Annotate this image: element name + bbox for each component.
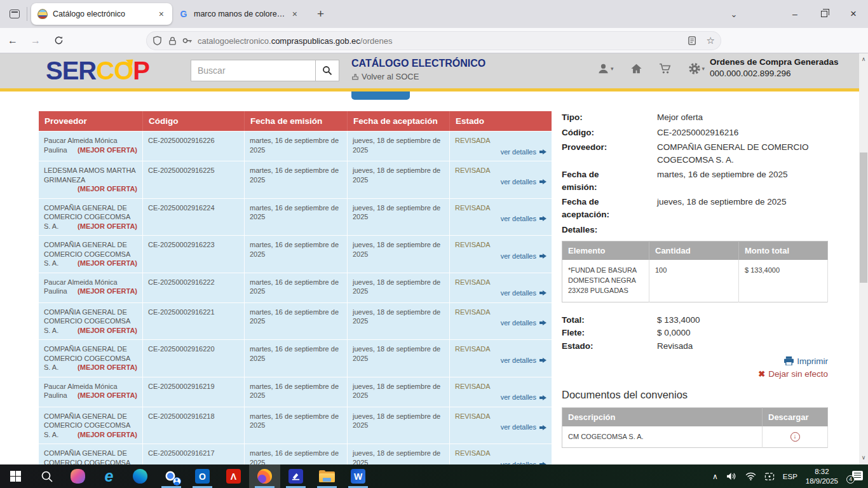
cell-emission-date: martes, 16 de septiembre de 2025 xyxy=(245,407,348,444)
cart-button[interactable] xyxy=(659,63,672,74)
partial-blue-button[interactable] xyxy=(351,92,410,100)
scanner-app-button[interactable] xyxy=(280,464,311,488)
scroll-down-icon[interactable]: ∨ xyxy=(859,454,868,461)
url-bar[interactable]: catalogoelectronico.compraspublicas.gob.… xyxy=(146,31,721,50)
restore-button[interactable] xyxy=(810,0,839,28)
cell-code: CE-20250002916222 xyxy=(143,273,245,302)
volver-al-soce-link[interactable]: Volver al SOCE xyxy=(351,72,419,81)
reader-view-icon[interactable] xyxy=(688,36,698,45)
sercop-logo[interactable]: SERCOP xyxy=(46,57,149,85)
new-tab-button[interactable]: + xyxy=(313,7,328,21)
connect-device-icon[interactable] xyxy=(764,472,775,481)
clock[interactable]: 8:32 18/9/2025 xyxy=(806,467,838,486)
orders-counter: Ordenes de Compra Generadas 000.000.002.… xyxy=(710,57,846,78)
cell-provider: COMPAÑIA GENERAL DE COMERCIO COGECOMSA S… xyxy=(39,407,143,444)
shield-icon[interactable] xyxy=(153,36,162,46)
settings-menu-button[interactable]: ▾ xyxy=(688,62,705,75)
cell-code: CE-20250002916223 xyxy=(143,236,245,273)
field-value-tipo: Mejor oferta xyxy=(657,111,828,124)
notification-badge: 4 xyxy=(846,475,855,484)
field-value-proveedor: COMPAÑIA GENERAL DE COMERCIO COGECOMSA S… xyxy=(657,141,828,166)
view-details-link[interactable]: ver detalles xyxy=(501,356,546,365)
view-details-link[interactable]: ver detalles xyxy=(501,177,546,187)
field-value-fecha-aceptacion: jueves, 18 de septiembre de 2025 xyxy=(657,196,828,220)
internet-explorer-button[interactable]: e xyxy=(93,464,125,488)
scroll-up-icon[interactable]: ∧ xyxy=(859,56,868,62)
view-details-link[interactable]: ver detalles xyxy=(501,288,546,298)
view-details-link[interactable]: ver detalles xyxy=(501,318,546,328)
status-badge: REVISADA xyxy=(455,412,546,421)
view-details-link[interactable]: ver detalles xyxy=(501,214,546,224)
tray-expand-icon[interactable]: ∧ xyxy=(712,472,718,481)
reload-button[interactable] xyxy=(48,31,69,50)
list-all-tabs-icon[interactable]: ⌄ xyxy=(719,0,749,28)
forward-button[interactable]: → xyxy=(25,31,46,50)
file-explorer-button[interactable] xyxy=(311,464,342,488)
notification-center-button[interactable]: 4 xyxy=(846,470,863,484)
taskbar-search-button[interactable] xyxy=(31,464,62,488)
tab-close-icon[interactable]: × xyxy=(157,9,166,19)
arrow-right-icon xyxy=(539,254,546,259)
cell-emission-date: martes, 16 de septiembre de 2025 xyxy=(245,303,348,340)
wifi-icon[interactable] xyxy=(745,472,756,480)
home-icon xyxy=(630,63,642,74)
start-button[interactable] xyxy=(0,464,31,488)
copilot-button[interactable] xyxy=(62,464,93,488)
field-label-proveedor: Proveedor: xyxy=(562,141,622,166)
field-label-detalles: Detalles: xyxy=(562,224,622,236)
lock-icon[interactable] xyxy=(168,36,177,46)
back-button[interactable]: ← xyxy=(3,31,23,50)
arrow-right-icon xyxy=(539,216,546,221)
arrow-right-icon xyxy=(539,425,546,430)
document-row: CM COGECOMSA S. A. ↓ xyxy=(562,426,828,448)
page-scrollbar[interactable]: ∧ ∨ xyxy=(859,53,868,464)
cell-emission-date: martes, 16 de septiembre de 2025 xyxy=(245,273,348,302)
firefox-view-icon[interactable] xyxy=(6,6,23,22)
edge-button[interactable] xyxy=(125,464,156,488)
documents-heading: Documentos del convenios xyxy=(562,389,828,401)
tab-catalogo[interactable]: Catálogo electrónico × xyxy=(31,3,172,25)
best-offer-tag: (MEJOR OFERTA) xyxy=(78,287,137,296)
language-indicator[interactable]: ESP xyxy=(783,473,797,480)
view-details-link[interactable]: ver detalles xyxy=(501,147,546,157)
print-link[interactable]: Imprimir xyxy=(784,356,828,366)
status-badge: REVISADA xyxy=(455,203,546,213)
cell-code: CE-20250002916225 xyxy=(143,161,245,198)
field-value-fecha-emision: martes, 16 de septiembre de 2025 xyxy=(657,168,828,193)
view-details-link[interactable]: ver detalles xyxy=(501,252,546,261)
hand-pointer-icon xyxy=(351,73,359,81)
internet-explorer-icon: e xyxy=(105,469,114,484)
document-download[interactable]: ↓ xyxy=(763,426,828,448)
word-button[interactable]: W xyxy=(342,464,374,488)
minimize-button[interactable]: – xyxy=(780,0,810,28)
arrow-right-icon xyxy=(539,179,546,184)
cell-acceptance-date: jueves, 18 de septiembre de 2025 xyxy=(348,236,450,273)
view-details-link[interactable]: ver detalles xyxy=(501,423,546,432)
col-codigo: Código xyxy=(143,111,245,131)
scrollbar-thumb[interactable] xyxy=(860,152,867,283)
chrome-button[interactable] xyxy=(156,464,187,488)
order-items-table: Elemento Cantidad Monto total *FUNDA DE … xyxy=(562,241,828,302)
tab-google-search[interactable]: G marco manos de colores - Busca × xyxy=(172,3,306,25)
view-details-link[interactable]: ver detalles xyxy=(501,393,546,402)
user-menu-button[interactable]: ▾ xyxy=(597,63,614,74)
acrobat-icon: Λ xyxy=(226,469,241,484)
search-button[interactable] xyxy=(315,60,339,81)
logo-p: P xyxy=(133,57,149,85)
close-button[interactable]: × xyxy=(839,0,868,28)
bookmark-star-icon[interactable]: ☆ xyxy=(707,35,715,46)
permissions-key-icon[interactable] xyxy=(182,37,193,44)
view-details-label: ver detalles xyxy=(501,393,536,402)
cell-acceptance-date: jueves, 18 de septiembre de 2025 xyxy=(348,273,450,302)
firefox-button[interactable] xyxy=(249,464,280,488)
tab-close-icon[interactable]: × xyxy=(290,9,299,19)
acrobat-button[interactable]: Λ xyxy=(218,464,249,488)
tab-separator xyxy=(27,7,27,21)
best-offer-tag: (MEJOR OFERTA) xyxy=(78,184,137,194)
outlook-button[interactable]: O xyxy=(187,464,218,488)
status-badge: REVISADA xyxy=(455,278,546,287)
volume-icon[interactable] xyxy=(726,471,737,481)
void-order-link[interactable]: ✖ Dejar sin efecto xyxy=(758,369,828,379)
search-input[interactable] xyxy=(191,60,315,81)
home-button[interactable] xyxy=(630,63,642,74)
